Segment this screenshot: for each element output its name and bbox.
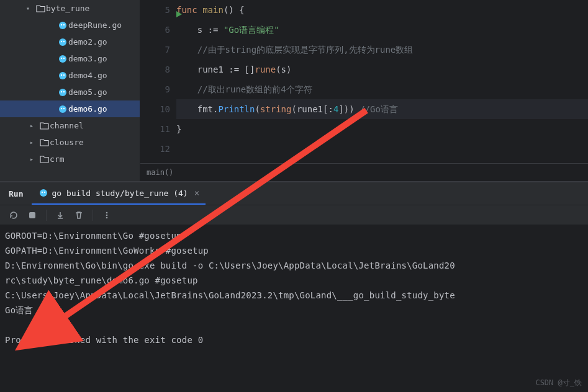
- gopher-icon: [57, 21, 68, 30]
- svg-point-14: [63, 91, 65, 92]
- sidebar-item-label: channel: [50, 121, 84, 130]
- close-icon[interactable]: ×: [192, 188, 199, 198]
- folder-icon: [35, 4, 46, 12]
- code-line[interactable]: func main() {: [176, 0, 588, 20]
- watermark: CSDN @寸_铁: [535, 378, 582, 388]
- svg-point-0: [59, 22, 66, 29]
- code-line[interactable]: fmt.Println(string(rune1[:4])) //Go语言: [176, 99, 588, 119]
- svg-point-7: [61, 57, 62, 58]
- sidebar-file[interactable]: demo5.go: [0, 84, 140, 100]
- gopher-icon: [39, 189, 48, 197]
- more-icon[interactable]: [99, 208, 114, 223]
- code-line[interactable]: s := "Go语言编程": [176, 20, 588, 40]
- svg-point-23: [106, 214, 108, 216]
- run-toolbar: [0, 205, 588, 225]
- sidebar-folder[interactable]: ▸channel: [0, 117, 140, 134]
- sidebar-item-label: demo3.go: [68, 54, 107, 63]
- svg-point-12: [59, 89, 66, 96]
- svg-point-8: [63, 57, 65, 58]
- scroll-icon[interactable]: [53, 208, 68, 223]
- stop-icon[interactable]: [25, 208, 40, 223]
- run-tab[interactable]: go build study/byte_rune (4) ×: [32, 182, 206, 205]
- console-output[interactable]: GOROOT=D:\Environment\Go #gosetup GOPATH…: [0, 225, 588, 392]
- chevron-down-icon: ▾: [26, 5, 35, 12]
- line-number: 11: [140, 119, 170, 139]
- folder-icon: [38, 122, 50, 130]
- gopher-icon: [57, 38, 68, 47]
- svg-point-3: [59, 38, 66, 46]
- sidebar-file[interactable]: demo2.go: [0, 33, 140, 50]
- svg-point-5: [63, 40, 65, 42]
- folder-icon: [38, 138, 50, 146]
- sidebar-item-label: byte_rune: [46, 4, 89, 13]
- chevron-right-icon: ▸: [30, 156, 38, 163]
- line-number: 7: [140, 40, 170, 60]
- separator: [93, 210, 93, 221]
- chevron-right-icon: ▸: [30, 122, 38, 129]
- svg-point-20: [44, 192, 45, 193]
- sidebar-file[interactable]: deepRune.go: [0, 17, 140, 33]
- project-sidebar[interactable]: ▾byte_runedeepRune.godemo2.godemo3.godem…: [0, 0, 140, 181]
- run-panel: Run go build study/byte_rune (4) × GOROO…: [0, 181, 588, 392]
- run-panel-title: Run: [0, 182, 32, 205]
- sidebar-folder[interactable]: ▸crm: [0, 151, 140, 167]
- svg-point-16: [61, 107, 62, 109]
- svg-point-19: [42, 192, 43, 193]
- folder-icon: [38, 155, 50, 163]
- svg-point-13: [61, 91, 62, 92]
- sidebar-file[interactable]: demo6.go: [0, 100, 140, 117]
- chevron-right-icon: ▸: [30, 139, 38, 146]
- gopher-icon: [57, 71, 68, 80]
- line-number: 5: [140, 0, 170, 20]
- sidebar-folder[interactable]: ▸clousre: [0, 134, 140, 151]
- separator: [46, 210, 47, 221]
- svg-point-6: [59, 55, 66, 63]
- code-line[interactable]: }: [176, 119, 588, 139]
- delete-icon[interactable]: [71, 208, 86, 223]
- svg-rect-21: [29, 212, 35, 218]
- svg-point-22: [106, 212, 108, 213]
- sidebar-item-label: demo4.go: [68, 71, 107, 80]
- svg-point-1: [61, 24, 62, 25]
- gopher-icon: [57, 88, 68, 97]
- code-line[interactable]: //取出rune数组的前4个字符: [176, 79, 588, 99]
- sidebar-item-label: crm: [50, 154, 64, 164]
- run-gutter-icon[interactable]: [175, 5, 183, 25]
- svg-point-15: [59, 105, 66, 113]
- sidebar-folder[interactable]: ▾byte_rune: [0, 0, 140, 17]
- svg-point-2: [63, 24, 65, 25]
- rerun-icon[interactable]: [6, 208, 21, 223]
- run-tabs: Run go build study/byte_rune (4) ×: [0, 182, 588, 205]
- sidebar-file[interactable]: demo4.go: [0, 67, 140, 84]
- gopher-icon: [57, 55, 68, 63]
- code-line[interactable]: [176, 139, 588, 159]
- line-number: 8: [140, 60, 170, 79]
- sidebar-file[interactable]: demo3.go: [0, 50, 140, 67]
- run-tab-label: go build study/byte_rune (4): [52, 189, 188, 198]
- line-number: 12: [140, 139, 170, 159]
- sidebar-item-label: deepRune.go: [68, 20, 122, 30]
- sidebar-item-label: demo6.go: [68, 104, 107, 114]
- line-number: 10: [140, 99, 170, 119]
- svg-point-24: [106, 216, 108, 218]
- line-number: 6: [140, 20, 170, 40]
- sidebar-item-label: clousre: [50, 138, 84, 147]
- code-editor[interactable]: 56789101112 func main() { s := "Go语言编程" …: [140, 0, 588, 181]
- svg-point-18: [40, 189, 47, 197]
- sidebar-item-label: demo5.go: [68, 87, 107, 97]
- code-line[interactable]: //由于string的底层实现是字节序列,先转为rune数组: [176, 40, 588, 60]
- gutter: 56789101112: [140, 0, 176, 163]
- gopher-icon: [57, 105, 68, 114]
- svg-point-10: [61, 74, 62, 75]
- breadcrumb[interactable]: main(): [140, 163, 588, 181]
- code-line[interactable]: rune1 := []rune(s): [176, 60, 588, 79]
- svg-point-11: [63, 74, 65, 75]
- svg-point-9: [59, 72, 66, 79]
- svg-point-17: [63, 107, 65, 109]
- sidebar-item-label: demo2.go: [68, 37, 107, 47]
- code-body[interactable]: func main() { s := "Go语言编程" //由于string的底…: [176, 0, 588, 163]
- svg-point-4: [61, 40, 62, 42]
- line-number: 9: [140, 79, 170, 99]
